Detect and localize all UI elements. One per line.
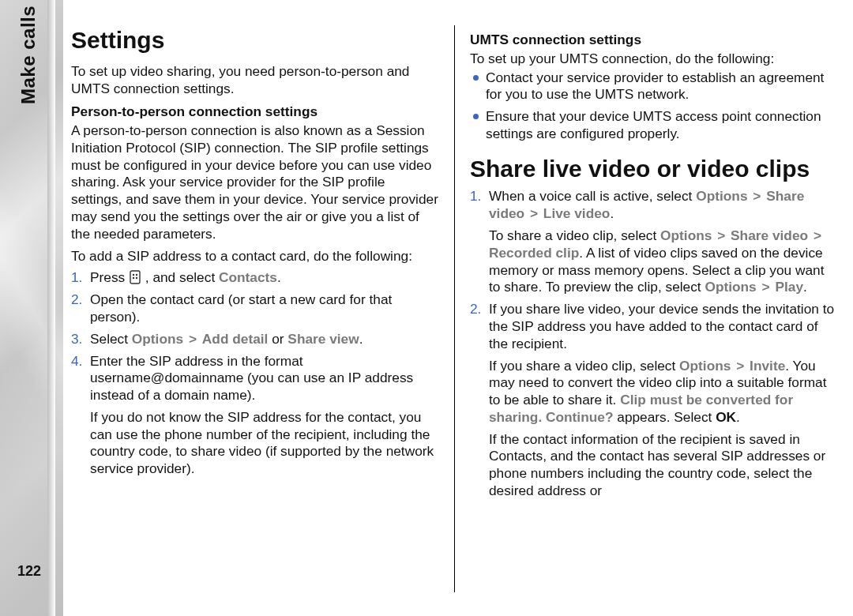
text: , and select: [145, 269, 219, 285]
list-item: 1. Press , and select Contacts.: [90, 269, 438, 287]
step-number: 1.: [71, 269, 82, 287]
share-step1a: When a voice call is active, select Opti…: [489, 188, 804, 221]
share-step2c: If the contact information of the recipi…: [489, 431, 837, 500]
p2p-paragraph: A person-to-person connection is also kn…: [71, 122, 438, 242]
manual-page: Make calls 122 Settings To set up video …: [0, 0, 853, 616]
text: .: [359, 331, 363, 347]
text: If you share a video clip, select: [489, 358, 679, 374]
list-item: 3. Select Options > Add detail or Share …: [90, 331, 438, 348]
step-number: 2.: [470, 301, 481, 318]
section-side-label: Make calls: [17, 6, 39, 104]
page-number: 122: [17, 563, 41, 580]
list-item: 2. Open the contact card (or start a new…: [90, 291, 438, 326]
step-number: 3.: [71, 331, 82, 348]
ui-label-options: Options: [660, 227, 712, 243]
step-1-text: Press , and select Contacts.: [90, 269, 281, 285]
umts-intro: To set up your UMTS connection, do the f…: [470, 51, 837, 68]
text: .: [277, 269, 281, 285]
caret-icon: >: [716, 227, 727, 243]
step-number: 2.: [71, 291, 82, 309]
text: .: [610, 205, 614, 221]
step-2-text: Open the contact card (or start a new ca…: [90, 291, 392, 325]
text: .: [803, 279, 807, 295]
list-item: 4. Enter the SIP address in the format u…: [90, 353, 438, 478]
text: appears. Select: [617, 409, 716, 425]
ui-label-live-video: Live video: [543, 205, 611, 221]
sip-intro: To add a SIP address to a contact card, …: [71, 248, 438, 265]
svg-point-1: [133, 274, 134, 276]
ui-label-contacts: Contacts: [219, 269, 277, 285]
ui-label-options: Options: [705, 279, 756, 295]
content-columns: Settings To set up video sharing, you ne…: [71, 25, 837, 592]
text: or: [272, 331, 287, 347]
svg-point-2: [136, 274, 137, 276]
sip-steps-list: 1. Press , and select Contacts. 2. Open …: [71, 269, 438, 478]
subheading-p2p: Person-to-person connection settings: [71, 103, 438, 121]
svg-rect-0: [130, 271, 140, 284]
ui-label-invite: Invite: [750, 358, 785, 374]
list-item: Ensure that your device UMTS access poin…: [486, 108, 837, 143]
share-steps-list: 1. When a voice call is active, select O…: [470, 188, 837, 499]
text: To share a video clip, select: [489, 227, 660, 243]
ui-label-play: Play: [775, 279, 803, 295]
caret-icon: >: [735, 358, 746, 374]
text: When a voice call is active, select: [489, 188, 696, 204]
ui-label-share-video: Share video: [731, 227, 808, 243]
share-step2b: If you share a video clip, select Option…: [489, 358, 837, 426]
text: Select: [90, 331, 132, 347]
svg-point-3: [133, 277, 134, 279]
ui-label-options: Options: [696, 188, 747, 204]
list-item: 2. If you share live video, your device …: [489, 301, 837, 500]
step-number: 4.: [71, 353, 82, 370]
ui-label-options: Options: [679, 358, 731, 374]
sidebar-gutter: [47, 0, 55, 616]
ui-label-add-detail: Add detail: [202, 331, 269, 347]
step-3-text: Select Options > Add detail or Share vie…: [90, 331, 363, 347]
umts-bullet-list: Contact your service provider to establi…: [470, 69, 837, 143]
step-number: 1.: [470, 188, 481, 205]
ui-label-ok: OK: [716, 409, 736, 425]
step-4b-text: If you do not know the SIP address for t…: [90, 409, 438, 478]
svg-point-4: [136, 277, 137, 279]
heading-share-video: Share live video or video clips: [470, 154, 837, 184]
heading-settings: Settings: [71, 25, 438, 55]
caret-icon: >: [761, 279, 772, 295]
step-4a-text: Enter the SIP address in the format user…: [90, 353, 413, 404]
share-step2a: If you share live video, your device sen…: [489, 301, 834, 351]
list-item: 1. When a voice call is active, select O…: [489, 188, 837, 296]
caret-icon: >: [528, 205, 539, 221]
text: .: [736, 409, 740, 425]
ui-label-options: Options: [132, 331, 183, 347]
list-item: Contact your service provider to establi…: [486, 69, 837, 104]
caret-icon: >: [751, 188, 762, 204]
text: Press: [90, 269, 129, 285]
ui-label-share-view: Share view: [287, 331, 359, 347]
share-step1b: To share a video clip, select Options > …: [489, 227, 837, 296]
menu-key-icon: [130, 270, 141, 284]
subheading-umts: UMTS connection settings: [470, 32, 837, 49]
ui-label-recorded-clip: Recorded clip: [489, 245, 579, 261]
settings-intro: To set up video sharing, you need person…: [71, 63, 438, 98]
caret-icon: >: [187, 331, 198, 347]
caret-icon: >: [812, 227, 823, 243]
